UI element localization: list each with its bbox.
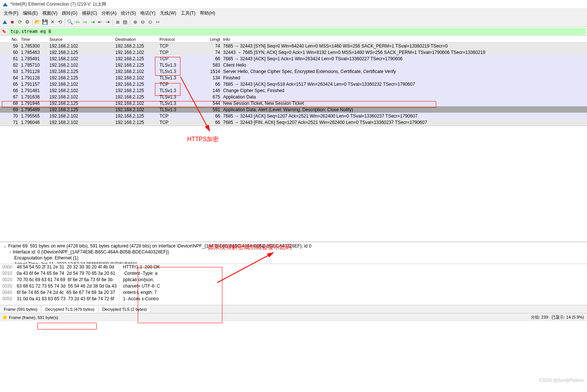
tab-decrypted-tls-479[interactable]: Decrypted TLS (479 bytes) [42, 306, 98, 313]
packet-list[interactable]: No. Time Source Destination Protocol Len… [0, 36, 587, 126]
hex-offset: 0020 [2, 277, 12, 283]
capture-options-icon[interactable]: ⚙ [24, 19, 31, 25]
packet-row[interactable]: 711.796046192.168.2.102192.168.2.125TCP6… [0, 119, 587, 125]
status-right: 分组: 239 · 已显示: 14 (5.9%) [531, 314, 584, 320]
col-source[interactable]: Source [48, 37, 114, 42]
colorize-icon[interactable]: ▤ [122, 19, 128, 25]
annotation-text: HTTPS加密 [187, 136, 219, 143]
packet-row[interactable]: 641.791128192.168.2.125192.168.2.102TLSv… [0, 75, 587, 81]
close-file-icon[interactable]: ✕ [49, 19, 56, 25]
restart-capture-icon[interactable]: ⟳ [16, 19, 23, 25]
packet-row[interactable]: 651.791157192.168.2.102192.168.2.125TCP6… [0, 81, 587, 87]
menu-stats[interactable]: 统计(S) [119, 9, 138, 17]
resize-columns-icon[interactable]: ⇿ [154, 19, 161, 25]
tab-frame[interactable]: Frame (591 bytes) [0, 306, 42, 313]
col-destination[interactable]: Destination [114, 37, 158, 42]
bytes-tabs: Frame (591 bytes) Decrypted TLS (479 byt… [0, 305, 587, 313]
status-left: Frame (frame), 591 byte(s) [9, 315, 58, 320]
reload-icon[interactable]: ⟲ [57, 19, 63, 25]
window-title: *Intel(R) Ethernet Connection (7) I219-V… [10, 1, 106, 7]
start-capture-icon[interactable] [1, 19, 8, 25]
annotation-box [37, 323, 97, 329]
packet-row[interactable]: 631.791128192.168.2.125192.168.2.102TLSv… [0, 68, 587, 75]
arrival-time: Arrival Time: Jan 11, 2023 13:57:34.9565… [14, 261, 137, 264]
filter-bar: 🔖 [0, 27, 587, 36]
menu-go[interactable]: 跳转(G) [60, 9, 79, 17]
packet-list-empty-area [0, 126, 587, 242]
status-bar: Frame (frame), 591 byte(s) 分组: 239 · 已显示… [0, 313, 587, 321]
expand-icon[interactable]: › [10, 249, 11, 255]
col-no[interactable]: No. [0, 37, 19, 42]
hex-ascii[interactable]: ·Content -Type: a [123, 270, 161, 277]
watermark: CSDN @Sun@Python [539, 378, 584, 383]
menu-view[interactable]: 视图(V) [40, 9, 60, 17]
go-back-icon[interactable]: ⇦ [74, 19, 81, 25]
app-icon [2, 1, 8, 7]
hex-offset: 0050 [2, 296, 12, 302]
hex-ascii[interactable]: charset= UTF-8··C [123, 283, 161, 289]
packet-bytes[interactable]: 000000100020003000400050 48 54 54 50 2f … [0, 264, 587, 305]
menu-telephony[interactable]: 电话(Y) [138, 9, 158, 17]
packet-row[interactable]: 681.791946192.168.2.125192.168.2.102TLSv… [0, 100, 587, 106]
packet-row[interactable]: 591.785300192.168.2.102192.168.2.125TCP7… [0, 43, 587, 49]
save-file-icon[interactable]: 💾 [42, 19, 48, 25]
hex-bytes[interactable]: 6f 6e 74 65 6e 74 2d 4c 65 6e 67 74 68 3… [17, 289, 117, 296]
menu-help[interactable]: 帮助(H) [198, 9, 218, 17]
menu-wireless[interactable]: 无线(W) [158, 9, 178, 17]
packet-row[interactable]: 621.785710192.168.2.102192.168.2.125TLSv… [0, 62, 587, 68]
bookmark-icon[interactable]: 🔖 [1, 28, 7, 35]
menu-analyze[interactable]: 分析(A) [99, 9, 119, 17]
packet-list-header: No. Time Source Destination Protocol Len… [0, 36, 587, 43]
go-first-icon[interactable]: ⇤ [97, 19, 103, 25]
auto-scroll-icon[interactable]: ≣ [114, 19, 121, 25]
menu-file[interactable]: 文件(F) [1, 9, 21, 17]
hex-ascii[interactable]: pplicati on/json; [123, 277, 161, 283]
titlebar: *Intel(R) Ethernet Connection (7) I219-V… [0, 0, 587, 9]
hex-bytes[interactable]: 48 54 54 50 2f 31 2e 31 20 32 30 30 20 4… [17, 264, 117, 270]
col-info[interactable]: Info [222, 37, 587, 42]
packet-row[interactable]: 691.795489192.168.2.125192.168.2.102TLSv… [0, 106, 587, 113]
hex-bytes[interactable]: 31 0d 0a 41 63 63 65 73 73 2d 43 6f 6e 7… [17, 296, 117, 302]
hex-offset: 0040 [2, 289, 12, 296]
toolbar: ■ ⟳ ⚙ 📂 💾 ✕ ⟲ 🔍 ⇦ ⇨ ⇥ ⇤ ⇥ ≣ ▤ ⊕ ⊖ ⊙ ⇿ [0, 17, 587, 27]
hex-bytes[interactable]: 0a 43 6f 6e 74 65 6e 74 2d 54 79 70 65 3… [17, 270, 117, 277]
expert-info-icon[interactable] [3, 316, 7, 319]
hex-offset: 0010 [2, 270, 12, 277]
encapsulation: Encapsulation type: Ethernet (1) [14, 255, 78, 261]
open-file-icon[interactable]: 📂 [34, 19, 41, 25]
tab-decrypted-tls-2[interactable]: Decrypted TLS (2 bytes) [98, 306, 151, 313]
col-length[interactable]: Lengt [207, 37, 222, 42]
hex-offset: 0030 [2, 283, 12, 289]
zoom-out-icon[interactable]: ⊖ [139, 19, 146, 25]
menu-capture[interactable]: 捕获(C) [80, 9, 100, 17]
col-protocol[interactable]: Protocol [158, 37, 207, 42]
menu-edit[interactable]: 编辑(E) [21, 9, 40, 17]
packet-row[interactable]: 671.791636192.168.2.102192.168.2.125TLSv… [0, 94, 587, 100]
expand-icon[interactable]: ⌄ [3, 243, 7, 249]
zoom-in-icon[interactable]: ⊕ [132, 19, 139, 25]
find-icon[interactable]: 🔍 [67, 19, 73, 25]
go-last-icon[interactable]: ⇥ [104, 19, 111, 25]
annotation-text: 如果没有解密成功就会显示乱码 [208, 243, 292, 251]
go-to-icon[interactable]: ⇥ [89, 19, 96, 25]
col-time[interactable]: Time [19, 37, 48, 42]
hex-bytes[interactable]: 70 70 6c 69 63 61 74 69 6f 6e 2f 6a 73 6… [17, 277, 117, 283]
menubar: 文件(F) 编辑(E) 视图(V) 跳转(G) 捕获(C) 分析(A) 统计(S… [0, 9, 587, 17]
hex-ascii[interactable]: ontent-L ength: 7 [123, 289, 161, 296]
hex-bytes[interactable]: 63 68 61 72 73 65 74 3d 55 54 46 2d 38 0… [17, 283, 117, 289]
hex-ascii[interactable]: 1··Acces s-Contro [123, 296, 161, 302]
go-forward-icon[interactable]: ⇨ [82, 19, 88, 25]
packet-details[interactable]: ⌄Frame 69: 591 bytes on wire (4728 bits)… [0, 242, 587, 264]
packet-row[interactable]: 601.785463192.168.2.125192.168.2.102TCP7… [0, 49, 587, 55]
stop-capture-icon[interactable]: ■ [9, 19, 16, 25]
hex-offset: 0000 [2, 264, 12, 270]
hex-ascii[interactable]: HTTP/1.1 200 OK· [123, 264, 161, 270]
packet-row[interactable]: 611.785491192.168.2.102192.168.2.125TCP6… [0, 55, 587, 62]
packet-row[interactable]: 701.795565192.168.2.102192.168.2.125TCP6… [0, 113, 587, 119]
interface-id: Interface id: 0 (\Device\NPF_{1AF74E8E-B… [13, 249, 169, 255]
zoom-reset-icon[interactable]: ⊙ [147, 19, 153, 25]
packet-row[interactable]: 661.791481192.168.2.102192.168.2.125TLSv… [0, 87, 587, 94]
display-filter-input[interactable] [8, 28, 586, 35]
menu-tools[interactable]: 工具(T) [179, 9, 198, 17]
